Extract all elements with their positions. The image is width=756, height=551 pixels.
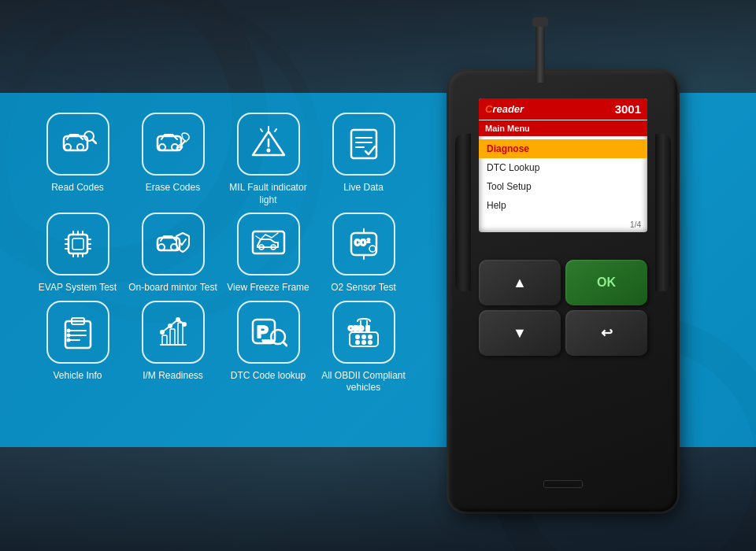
svg-point-71 [362,335,365,338]
screen-header: Creader 3001 [479,98,647,120]
svg-rect-33 [72,239,83,250]
feature-o2-sensor: CO 2 O2 Sensor Test [317,213,410,294]
device-body: Creader 3001 Main Menu Diagnose DTC Look… [449,71,677,512]
car-shield-icon [154,225,192,263]
screen-menu-items: Diagnose DTC Lookup Tool Setup Help [479,136,647,218]
svg-rect-58 [178,323,183,345]
features-grid: Read Codes Erase Codes [24,101,417,406]
svg-point-54 [67,338,69,341]
svg-text:2: 2 [367,238,370,243]
feature-icon-view-freeze [237,213,300,276]
svg-point-72 [369,335,372,338]
svg-line-67 [284,342,287,346]
feature-icon-vehicle-info [46,301,109,364]
btn-ok[interactable]: OK [565,260,647,305]
co2-sensor-icon: CO 2 [345,225,383,263]
feature-label-im-readiness: I/M Readiness [143,370,203,383]
p-magnify-icon: P xxxx [250,313,287,351]
btn-up-label: ▲ [513,275,527,291]
svg-line-14 [275,129,276,131]
svg-rect-16 [351,130,376,158]
feature-view-freeze: View Freeze Frame [222,213,314,294]
svg-point-60 [169,324,172,327]
svg-point-12 [267,150,269,152]
feature-label-view-freeze: View Freeze Frame [227,282,309,294]
feature-icon-obdii-compliant: OBD II [332,301,395,364]
feature-erase-codes: Erase Codes [127,113,219,206]
svg-line-15 [261,129,262,131]
svg-point-59 [161,331,164,334]
btn-back-label: ↩ [601,324,613,342]
svg-rect-57 [170,329,175,345]
feature-dtc-code: P xxxx DTC Code lookup [222,301,314,394]
feature-im-readiness: I/M Readiness [127,301,219,394]
feature-read-codes: Read Codes [32,113,124,206]
btn-down-label: ▼ [513,325,527,342]
btn-back[interactable]: ↩ [565,310,647,356]
feature-icon-im-readiness [142,301,205,364]
device-grip-left [455,134,471,291]
screen-menu-item-diagnose[interactable]: Diagnose [479,139,647,158]
feature-live-data: Live Data [317,113,410,206]
feature-label-obdii-compliant: All OBDII Compliant vehicles [317,370,410,394]
screen-brand: Creader [485,103,524,115]
device-cable [536,24,545,83]
device-screen: Creader 3001 Main Menu Diagnose DTC Look… [479,98,647,232]
feature-mil-fault: MIL Fault indicator light [222,113,314,206]
svg-point-70 [356,335,359,338]
feature-label-dtc-code: DTC Code lookup [231,370,306,383]
feature-onboard-monitor: On-board mintor Test [127,213,219,294]
svg-point-74 [362,341,365,344]
svg-point-75 [369,341,372,344]
screen-menu-item-toolsetup[interactable]: Tool Setup [479,177,647,196]
feature-label-vehicle-info: Vehicle Info [53,370,102,383]
feature-label-o2-sensor: O2 Sensor Test [331,282,396,294]
btn-down[interactable]: ▼ [479,310,561,356]
svg-point-61 [176,318,180,321]
svg-text:CO: CO [354,239,366,247]
feature-icon-live-data [332,113,395,176]
chart-freeze-icon [250,225,287,263]
svg-rect-56 [162,335,167,345]
screen-menu-title: Main Menu [479,120,647,136]
brand-rest: reader [492,103,524,115]
warning-light-icon [250,125,287,163]
checklist-icon [345,125,383,163]
screen-menu-item-help[interactable]: Help [479,196,647,215]
feature-icon-erase-codes [142,113,205,176]
device-grip-right [655,134,671,291]
feature-icon-read-codes [46,113,109,176]
feature-icon-dtc-code: P xxxx [237,301,300,364]
feature-obdii-compliant: OBD II All OBDII Compliant vehicles [317,301,410,394]
obd-plug-icon: OBD II [345,313,383,351]
feature-label-live-data: Live Data [343,182,384,194]
cpu-chip-icon [59,225,97,263]
feature-label-read-codes: Read Codes [51,182,104,194]
svg-rect-20 [69,235,87,253]
feature-icon-evap-system [46,213,109,276]
device-buttons: ▲ OK ▼ ↩ [479,260,647,356]
bar-chart-icon [154,313,192,351]
svg-rect-37 [253,231,284,253]
svg-line-4 [93,140,96,143]
feature-vehicle-info: Vehicle Info [32,301,124,394]
brand-c-letter: C [485,103,492,115]
svg-point-44 [369,246,376,252]
wrench-car-icon [154,125,192,163]
svg-point-52 [67,329,69,331]
screen-page-indicator: 1/4 [630,220,641,229]
svg-point-53 [67,334,69,336]
clipboard-list-icon [59,313,97,351]
feature-icon-onboard-monitor [142,213,205,276]
feature-evap-system: EVAP System Test [32,213,124,294]
feature-icon-o2-sensor: CO 2 [332,213,395,276]
btn-up[interactable]: ▲ [479,260,561,305]
btn-ok-label: OK [597,276,616,290]
screen-menu-item-dtclookup[interactable]: DTC Lookup [479,158,647,177]
feature-icon-mil-fault [237,113,300,176]
feature-label-onboard-monitor: On-board mintor Test [128,282,217,294]
feature-label-mil-fault: MIL Fault indicator light [222,182,314,206]
feature-label-erase-codes: Erase Codes [146,182,200,194]
svg-point-73 [356,341,359,344]
screen-model: 3001 [615,102,641,116]
